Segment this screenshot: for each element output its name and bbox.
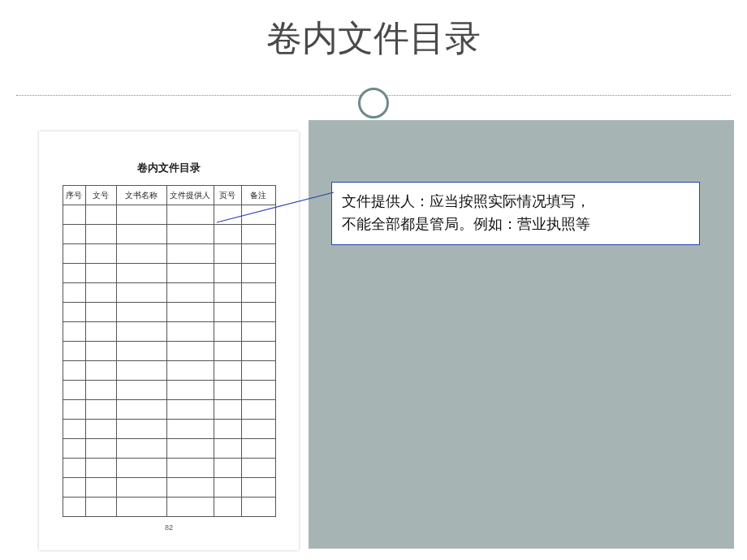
table-cell <box>63 264 85 283</box>
table-cell <box>85 381 116 400</box>
table-cell <box>166 498 214 517</box>
table-cell <box>241 400 275 420</box>
table-cell <box>166 225 214 244</box>
table-cell <box>85 244 116 264</box>
table-cell <box>166 303 214 322</box>
table-cell <box>241 322 275 342</box>
table-cell <box>214 342 241 361</box>
table-row <box>63 498 275 517</box>
table-row <box>63 303 275 322</box>
table-cell <box>214 400 241 420</box>
table-cell <box>85 342 116 361</box>
table-cell <box>166 361 214 381</box>
th-provider: 文件提供人 <box>166 186 214 205</box>
table-cell <box>166 283 214 303</box>
table-cell <box>63 205 85 225</box>
table-cell <box>214 420 241 439</box>
table-cell <box>85 283 116 303</box>
table-cell <box>116 244 166 264</box>
table-cell <box>63 322 85 342</box>
table-cell <box>116 478 166 498</box>
table-cell <box>214 303 241 322</box>
table-cell <box>116 439 166 459</box>
table-cell <box>63 244 85 264</box>
table-cell <box>166 381 214 400</box>
table-cell <box>241 478 275 498</box>
table-cell <box>116 225 166 244</box>
table-row <box>63 322 275 342</box>
table-cell <box>63 400 85 420</box>
table-cell <box>214 361 241 381</box>
table-cell <box>214 244 241 264</box>
note-line-1: 文件提供人：应当按照实际情况填写， <box>342 193 590 209</box>
table-cell <box>214 264 241 283</box>
table-cell <box>85 439 116 459</box>
table-body <box>63 205 275 517</box>
table-cell <box>85 303 116 322</box>
table-cell <box>166 342 214 361</box>
page-number: 82 <box>39 523 299 532</box>
th-remark: 备注 <box>241 186 275 205</box>
table-cell <box>85 478 116 498</box>
table-cell <box>85 322 116 342</box>
annotation-box: 文件提供人：应当按照实际情况填写， 不能全部都是管局。例如：营业执照等 <box>331 182 700 245</box>
table-cell <box>116 420 166 439</box>
table-cell <box>63 459 85 478</box>
table-cell <box>166 244 214 264</box>
table-cell <box>85 400 116 420</box>
note-line-2: 不能全部都是管局。例如：营业执照等 <box>342 216 590 232</box>
table-row <box>63 244 275 264</box>
table-cell <box>63 283 85 303</box>
document-title: 卷内文件目录 <box>39 131 299 185</box>
circle-badge <box>358 88 389 118</box>
table-row <box>63 478 275 498</box>
table-cell <box>241 283 275 303</box>
table-row <box>63 342 275 361</box>
table-row <box>63 439 275 459</box>
table-cell <box>166 322 214 342</box>
table-cell <box>166 439 214 459</box>
table-row <box>63 264 275 283</box>
table-cell <box>116 459 166 478</box>
table-cell <box>63 420 85 439</box>
table-cell <box>214 459 241 478</box>
table-cell <box>116 205 166 225</box>
table-row <box>63 361 275 381</box>
table-cell <box>241 439 275 459</box>
table-cell <box>85 361 116 381</box>
table-cell <box>63 361 85 381</box>
table-cell <box>241 342 275 361</box>
table-cell <box>85 225 116 244</box>
table-cell <box>166 400 214 420</box>
table-cell <box>85 205 116 225</box>
table-cell <box>214 322 241 342</box>
table-cell <box>63 478 85 498</box>
table-cell <box>85 459 116 478</box>
table-cell <box>116 264 166 283</box>
table-cell <box>116 303 166 322</box>
table-cell <box>116 381 166 400</box>
table-cell <box>241 498 275 517</box>
table-cell <box>116 400 166 420</box>
table-cell <box>166 264 214 283</box>
table-cell <box>63 225 85 244</box>
table-cell <box>214 381 241 400</box>
table-cell <box>241 420 275 439</box>
table-row <box>63 283 275 303</box>
th-seq: 序号 <box>63 186 85 205</box>
table-cell <box>241 244 275 264</box>
th-name: 文书名称 <box>116 186 166 205</box>
table-cell <box>214 283 241 303</box>
table-cell <box>116 498 166 517</box>
table-row <box>63 400 275 420</box>
th-docno: 文号 <box>85 186 116 205</box>
table-cell <box>166 478 214 498</box>
table-cell <box>241 303 275 322</box>
table-cell <box>214 498 241 517</box>
table-cell <box>166 420 214 439</box>
table-cell <box>63 342 85 361</box>
table-cell <box>241 225 275 244</box>
table-cell <box>241 459 275 478</box>
table-row <box>63 225 275 244</box>
table-cell <box>214 478 241 498</box>
